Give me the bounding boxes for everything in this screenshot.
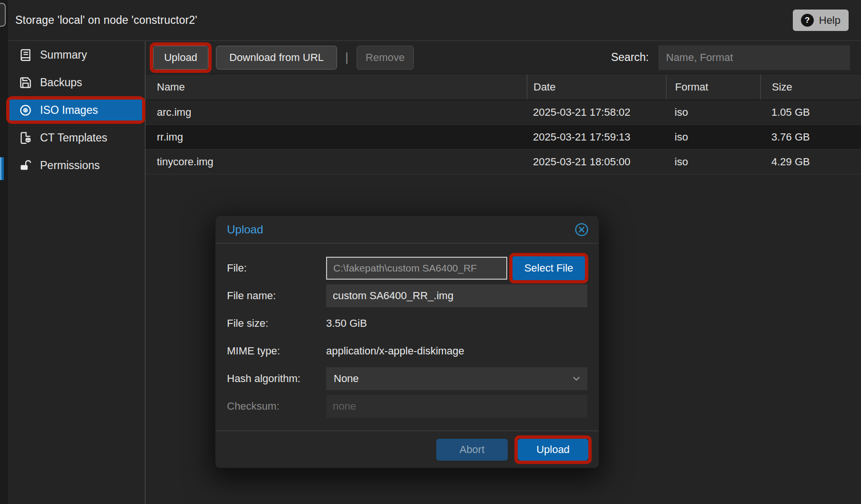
checksum-label: Checksum: [227, 400, 326, 413]
hash-algorithm-row: Hash algorithm: None [227, 367, 587, 390]
file-row: File: Select File [227, 257, 587, 280]
cell-date: 2025-03-21 18:05:00 [527, 150, 666, 174]
cell-date: 2025-03-21 17:59:13 [527, 125, 666, 149]
hash-algorithm-select[interactable]: None [326, 367, 587, 390]
column-header-name[interactable]: Name [145, 74, 527, 100]
dialog-title: Upload [227, 223, 263, 236]
table-row[interactable]: rr.img 2025-03-21 17:59:13 iso 3.76 GB [145, 125, 861, 150]
cell-format: iso [666, 150, 760, 174]
question-mark-icon: ? [801, 14, 814, 27]
sidebar-item-permissions[interactable]: Permissions [8, 155, 145, 176]
column-header-size[interactable]: Size [760, 74, 861, 100]
cell-size: 4.29 GB [760, 150, 861, 174]
file-label: File: [227, 262, 326, 274]
sidebar-item-summary[interactable]: Summary [8, 44, 145, 65]
page-title: Storage 'local' on node 'constructor2' [15, 14, 197, 27]
file-name-row: File name: [227, 284, 587, 307]
select-file-button[interactable]: Select File [512, 256, 585, 280]
column-header-format[interactable]: Format [666, 74, 760, 100]
column-header-date[interactable]: Date [527, 74, 666, 100]
toolbar-separator: | [345, 50, 348, 65]
clipped-panel-corner [0, 3, 6, 27]
checksum-row: Checksum: [227, 395, 587, 418]
cell-name: tinycore.img [145, 150, 527, 174]
mime-type-label: MIME type: [227, 345, 326, 357]
mime-type-row: MIME type: application/x-apple-diskimage [227, 340, 587, 363]
header-bar: Storage 'local' on node 'constructor2' ?… [8, 0, 861, 41]
hash-algorithm-value: None [334, 373, 359, 385]
upload-dialog-footer: Abort Upload [215, 431, 599, 468]
sidebar-item-label: Summary [40, 49, 87, 61]
hash-algorithm-label: Hash algorithm: [227, 373, 326, 385]
cell-date: 2025-03-21 17:58:02 [527, 100, 666, 124]
table-header: Name Date Format Size [145, 74, 861, 100]
template-icon [19, 131, 32, 144]
table-row[interactable]: arc.img 2025-03-21 17:58:02 iso 1.05 GB [145, 100, 861, 125]
sidebar-item-iso-images[interactable]: ISO Images [10, 100, 142, 121]
cell-format: iso [666, 125, 760, 149]
search-input[interactable] [658, 45, 850, 70]
file-size-row: File size: 3.50 GiB [227, 312, 587, 335]
annotation-box-upload-dialog: Upload [514, 435, 592, 464]
remove-button[interactable]: Remove [357, 46, 414, 70]
sidebar: Summary Backups ISO Images [8, 41, 145, 504]
upload-button[interactable]: Upload [153, 46, 208, 70]
book-icon [19, 49, 32, 61]
toolbar: Upload Download from URL | Remove Search… [145, 41, 861, 74]
table-row[interactable]: tinycore.img 2025-03-21 18:05:00 iso 4.2… [145, 150, 861, 174]
upload-dialog: Upload File: Select File File name: File [215, 215, 599, 468]
abort-button[interactable]: Abort [436, 439, 508, 461]
unlock-icon [19, 159, 32, 172]
help-button-label: Help [819, 14, 840, 27]
search-label: Search: [611, 51, 649, 64]
cell-name: arc.img [145, 100, 527, 124]
floppy-icon [19, 76, 32, 89]
file-path-input[interactable] [326, 257, 507, 280]
checksum-input[interactable] [326, 395, 587, 418]
cell-name: rr.img [145, 125, 527, 149]
close-icon [574, 222, 589, 237]
annotation-box-upload-toolbar: Upload [150, 42, 212, 73]
sidebar-item-ct-templates[interactable]: CT Templates [8, 127, 145, 148]
cell-format: iso [666, 100, 760, 124]
sidebar-item-label: CT Templates [40, 131, 107, 144]
file-name-input[interactable] [326, 284, 587, 307]
download-from-url-button[interactable]: Download from URL [216, 46, 337, 70]
clipped-tree-selection [0, 157, 4, 180]
file-name-label: File name: [227, 290, 326, 302]
sidebar-item-label: Permissions [40, 159, 100, 172]
annotation-box-select-file: Select File [509, 253, 588, 283]
close-button[interactable] [574, 222, 590, 238]
chevron-down-icon [571, 373, 582, 384]
help-button[interactable]: ? Help [793, 10, 849, 31]
upload-dialog-header[interactable]: Upload [215, 216, 599, 243]
annotation-box-iso-images: ISO Images [6, 96, 145, 124]
sidebar-item-label: Backups [40, 76, 82, 89]
sidebar-item-backups[interactable]: Backups [8, 72, 145, 93]
disc-icon [19, 104, 32, 117]
dialog-upload-button[interactable]: Upload [518, 439, 588, 461]
cell-size: 3.76 GB [760, 125, 861, 149]
sidebar-item-label: ISO Images [40, 104, 98, 117]
file-size-label: File size: [227, 317, 326, 330]
mime-type-value: application/x-apple-diskimage [326, 345, 464, 357]
upload-dialog-body: File: Select File File name: File size: … [215, 243, 599, 431]
cell-size: 1.05 GB [760, 100, 861, 124]
background-strip [0, 0, 8, 504]
file-size-value: 3.50 GiB [326, 317, 367, 330]
